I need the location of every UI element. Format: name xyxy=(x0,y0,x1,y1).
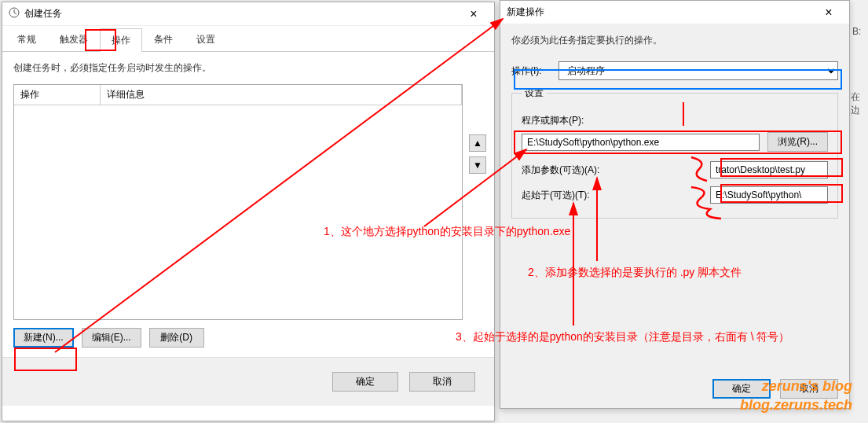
startin-input[interactable] xyxy=(710,186,828,204)
settings-fieldset: 设置 程序或脚本(P): 浏览(R)... 添加参数(可选)(A): 起始于(可… xyxy=(511,86,838,219)
tabs: 常规 触发器 操作 条件 设置 xyxy=(2,26,494,52)
startin-label: 起始于(可选)(T): xyxy=(522,189,590,202)
list-buttons: 新建(N)... 编辑(E)... 删除(D) xyxy=(13,328,483,348)
dialog-buttons: 确定 取消 xyxy=(2,357,494,406)
new-action-footer: 确定 取消 xyxy=(712,379,838,399)
delete-button[interactable]: 删除(D) xyxy=(149,328,204,348)
args-input[interactable] xyxy=(710,161,828,178)
settings-legend: 设置 xyxy=(522,86,547,100)
program-input[interactable] xyxy=(522,134,760,151)
action-type-select[interactable]: 启动程序 xyxy=(559,61,838,80)
bg-ghost-1: B: xyxy=(852,26,861,37)
new-action-title: 新建操作 xyxy=(507,6,815,19)
reorder-buttons: ▲ ▼ xyxy=(469,134,486,178)
tab-triggers[interactable]: 触发器 xyxy=(48,28,100,51)
move-up-button[interactable]: ▲ xyxy=(469,134,486,152)
new-action-hint: 你必须为此任务指定要执行的操作。 xyxy=(511,24,838,57)
move-down-button[interactable]: ▼ xyxy=(469,156,486,174)
new-action-dialog: 新建操作 × 你必须为此任务指定要执行的操作。 操作(I): 启动程序 设置 程… xyxy=(500,0,850,409)
col-detail[interactable]: 详细信息 xyxy=(101,85,462,105)
tab-settings[interactable]: 设置 xyxy=(185,28,227,51)
bg-ghost-2: 在边 xyxy=(851,90,868,117)
col-action[interactable]: 操作 xyxy=(14,85,101,105)
create-task-title: 创建任务 xyxy=(24,7,460,20)
create-task-dialog: 创建任务 × 常规 触发器 操作 条件 设置 创建任务时，必须指定任务启动时发生… xyxy=(2,2,495,421)
create-task-titlebar: 创建任务 × xyxy=(2,2,494,26)
ok-button[interactable]: 确定 xyxy=(712,379,771,399)
tab-actions[interactable]: 操作 xyxy=(100,28,142,52)
tab-general[interactable]: 常规 xyxy=(5,28,48,51)
args-label: 添加参数(可选)(A): xyxy=(522,164,599,177)
edit-button[interactable]: 编辑(E)... xyxy=(82,328,141,348)
close-button[interactable]: × xyxy=(815,6,843,20)
close-button[interactable]: × xyxy=(460,7,488,21)
program-label: 程序或脚本(P): xyxy=(522,114,828,127)
browse-button[interactable]: 浏览(R)... xyxy=(767,132,828,152)
new-button[interactable]: 新建(N)... xyxy=(13,328,74,348)
arrow-up-icon: ▲ xyxy=(473,138,482,149)
arrow-down-icon: ▼ xyxy=(473,160,482,171)
clock-icon xyxy=(9,7,20,20)
tab-conditions[interactable]: 条件 xyxy=(142,28,185,51)
ok-button[interactable]: 确定 xyxy=(332,372,398,392)
new-action-titlebar: 新建操作 × xyxy=(500,1,849,24)
cancel-button[interactable]: 取消 xyxy=(409,372,475,392)
actions-list[interactable]: 操作 详细信息 xyxy=(13,84,463,320)
action-type-label: 操作(I): xyxy=(511,64,559,78)
cancel-button[interactable]: 取消 xyxy=(780,379,838,399)
create-task-hint: 创建任务时，必须指定任务启动时发生的操作。 xyxy=(2,52,494,84)
